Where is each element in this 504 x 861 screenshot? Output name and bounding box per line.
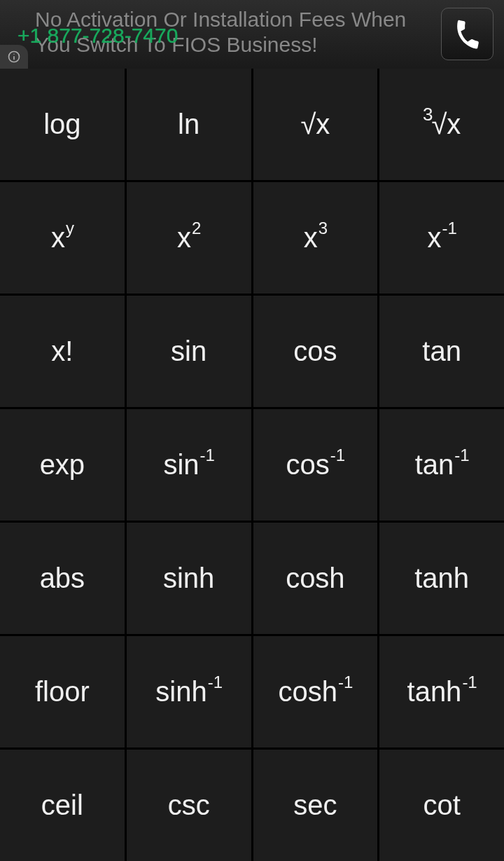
csc-key[interactable]: csc: [127, 750, 251, 861]
ad-banner: No Activation Or Installation Fees When …: [0, 0, 504, 69]
reciprocal-key[interactable]: x-1: [379, 182, 504, 294]
log-key[interactable]: log: [0, 69, 125, 180]
cbrt-key[interactable]: 3√x: [379, 69, 504, 180]
asinh-key[interactable]: sinh-1: [127, 636, 251, 748]
sinh-key[interactable]: sinh: [127, 523, 251, 634]
ceil-key[interactable]: ceil: [0, 750, 125, 861]
factorial-key[interactable]: x!: [0, 296, 125, 407]
abs-key[interactable]: abs: [0, 523, 125, 634]
sqrt-key[interactable]: √x: [253, 69, 378, 180]
cube-key[interactable]: x3: [253, 182, 378, 294]
info-icon[interactable]: [0, 45, 28, 69]
tan-key[interactable]: tan: [379, 296, 504, 407]
scientific-keypad: log ln √x 3√x xy x2 x3 x-1 x! sin cos ta…: [0, 69, 504, 861]
exp-key[interactable]: exp: [0, 409, 125, 521]
cot-key[interactable]: cot: [379, 750, 504, 861]
ad-phone-number[interactable]: +1 877-728-7470: [18, 24, 178, 48]
square-key[interactable]: x2: [127, 182, 251, 294]
cosh-key[interactable]: cosh: [253, 523, 378, 634]
ln-key[interactable]: ln: [127, 69, 251, 180]
call-button[interactable]: [441, 8, 493, 60]
phone-icon: [448, 15, 486, 53]
atan-key[interactable]: tan-1: [379, 409, 504, 521]
acosh-key[interactable]: cosh-1: [253, 636, 378, 748]
acos-key[interactable]: cos-1: [253, 409, 378, 521]
svg-point-2: [13, 54, 14, 55]
power-xy-key[interactable]: xy: [0, 182, 125, 294]
sin-key[interactable]: sin: [127, 296, 251, 407]
floor-key[interactable]: floor: [0, 636, 125, 748]
asin-key[interactable]: sin-1: [127, 409, 251, 521]
tanh-key[interactable]: tanh: [379, 523, 504, 634]
cos-key[interactable]: cos: [253, 296, 378, 407]
sec-key[interactable]: sec: [253, 750, 378, 861]
atanh-key[interactable]: tanh-1: [379, 636, 504, 748]
